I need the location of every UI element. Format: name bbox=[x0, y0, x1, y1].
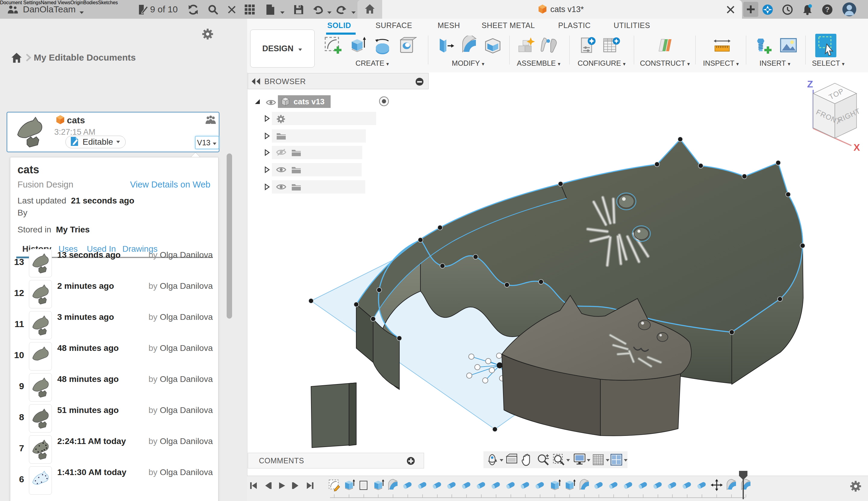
construct-plane-icon[interactable] bbox=[655, 35, 674, 55]
timeline-feature-extrude[interactable] bbox=[563, 479, 576, 492]
save-icon[interactable] bbox=[293, 4, 304, 15]
viewports-icon[interactable] bbox=[610, 454, 623, 467]
expand-icon-2[interactable] bbox=[264, 149, 270, 157]
panel-settings-icon[interactable] bbox=[201, 28, 214, 42]
breadcrumb-home-icon[interactable] bbox=[11, 52, 22, 64]
refresh-icon[interactable] bbox=[187, 4, 199, 15]
window-zoom-caret-icon[interactable] bbox=[566, 458, 570, 463]
browser-header[interactable]: BROWSER bbox=[248, 73, 429, 89]
timeline-feature-tube[interactable] bbox=[666, 479, 679, 492]
ribbon-tab-solid[interactable]: SOLID bbox=[327, 21, 351, 30]
group-label-inspect[interactable]: INSPECT ▾ bbox=[703, 59, 739, 67]
press-pull-icon[interactable] bbox=[436, 35, 456, 55]
expand-icon-3[interactable] bbox=[264, 166, 270, 174]
revolve-icon[interactable] bbox=[373, 35, 392, 55]
look-at-icon[interactable] bbox=[505, 454, 518, 466]
browser-item-sketches[interactable]: Sketches bbox=[98, 0, 118, 5]
insert-image-icon[interactable] bbox=[779, 35, 798, 55]
view-details-link[interactable]: View Details on Web bbox=[130, 180, 210, 190]
timeline-feature-tube[interactable] bbox=[504, 479, 517, 492]
timeline-feature-sketch[interactable] bbox=[328, 479, 341, 492]
root-selection-set-icon[interactable] bbox=[378, 96, 389, 108]
window-zoom-icon[interactable] bbox=[553, 454, 565, 467]
timeline-feature-tube[interactable] bbox=[431, 479, 444, 492]
timeline-marker[interactable] bbox=[743, 478, 744, 499]
new-component-icon[interactable] bbox=[516, 35, 536, 55]
browser-item-bodies[interactable]: Bodies bbox=[83, 0, 98, 5]
redo-icon[interactable] bbox=[336, 4, 347, 15]
shell-icon[interactable] bbox=[483, 35, 502, 55]
orbit-caret-icon[interactable] bbox=[499, 458, 504, 463]
configure-icon[interactable] bbox=[578, 35, 598, 55]
timeline-feature-tube[interactable] bbox=[490, 479, 502, 492]
user-avatar[interactable] bbox=[842, 2, 857, 17]
timeline-feature-extrude[interactable] bbox=[548, 479, 561, 492]
insert-fastener-icon[interactable] bbox=[754, 35, 773, 55]
orbit-icon[interactable] bbox=[486, 454, 499, 467]
new-document-tab-button[interactable] bbox=[743, 2, 758, 17]
timeline-feature-fillet[interactable] bbox=[725, 479, 738, 492]
close-document-icon[interactable] bbox=[726, 5, 736, 16]
timeline-feature-tube[interactable] bbox=[652, 479, 664, 492]
timeline-settings-icon[interactable] bbox=[849, 480, 862, 494]
group-label-modify[interactable]: MODIFY ▾ bbox=[452, 59, 484, 67]
version-dropdown[interactable]: V13 bbox=[195, 136, 219, 149]
timeline-feature-tube[interactable] bbox=[681, 479, 694, 492]
extensions-icon[interactable] bbox=[762, 4, 773, 15]
timeline-feature-tube[interactable] bbox=[534, 479, 546, 492]
browser-collapse-icon[interactable] bbox=[251, 77, 261, 86]
browser-root-item[interactable]: cats v13 bbox=[278, 95, 331, 108]
zoom-icon[interactable] bbox=[537, 454, 549, 467]
undo-icon[interactable] bbox=[312, 4, 324, 15]
browser-minimize-icon[interactable] bbox=[415, 77, 424, 87]
step-back-button[interactable] bbox=[264, 481, 272, 491]
undo-caret-icon[interactable] bbox=[324, 7, 335, 18]
browser-item-origin[interactable]: Origin bbox=[71, 0, 84, 5]
search-icon[interactable] bbox=[207, 4, 219, 15]
sketch-create-icon[interactable] bbox=[323, 35, 343, 55]
new-file-icon[interactable] bbox=[265, 4, 276, 15]
close-search-icon[interactable] bbox=[226, 4, 237, 15]
recent-activity-icon[interactable] bbox=[782, 4, 793, 15]
display-settings-icon[interactable] bbox=[573, 454, 586, 467]
breadcrumb[interactable]: My Editable Documents bbox=[34, 52, 136, 63]
comments-bar[interactable]: COMMENTS bbox=[248, 453, 424, 468]
group-label-construct[interactable]: CONSTRUCT ▾ bbox=[640, 59, 689, 67]
group-label-insert[interactable]: INSERT ▾ bbox=[760, 59, 790, 67]
timeline-feature-box[interactable] bbox=[357, 479, 370, 492]
pan-icon[interactable] bbox=[521, 454, 533, 467]
home-tab-button[interactable] bbox=[357, 0, 382, 19]
group-label-select[interactable]: SELECT ▾ bbox=[812, 59, 845, 67]
root-visibility-icon[interactable] bbox=[266, 99, 276, 107]
document-card[interactable]: cats 3:27:15 AM Editable V13 bbox=[7, 112, 219, 152]
ribbon-tab-utilities[interactable]: UTILITIES bbox=[614, 21, 650, 30]
grid-display-icon[interactable] bbox=[592, 454, 604, 467]
extrude-icon[interactable] bbox=[348, 35, 367, 55]
browser-item-named-views[interactable]: Named Views bbox=[41, 0, 70, 5]
timeline-feature-tube[interactable] bbox=[637, 479, 650, 492]
timeline-feature-tube[interactable] bbox=[592, 479, 605, 492]
visibility-icon-3[interactable] bbox=[276, 166, 286, 174]
new-file-caret-icon[interactable] bbox=[277, 7, 288, 18]
add-comment-icon[interactable] bbox=[406, 456, 415, 467]
editable-status-dropdown[interactable]: Editable bbox=[65, 136, 126, 148]
timeline-feature-tube[interactable] bbox=[401, 479, 414, 492]
panel-scrollbar[interactable] bbox=[227, 153, 232, 319]
notifications-icon[interactable] bbox=[802, 4, 813, 15]
measure-icon[interactable] bbox=[712, 35, 732, 55]
hole-icon[interactable] bbox=[397, 35, 417, 55]
timeline-feature-tube[interactable] bbox=[519, 479, 532, 492]
job-status-icon[interactable] bbox=[137, 4, 149, 15]
timeline-feature-fillet[interactable] bbox=[387, 479, 399, 492]
group-label-create[interactable]: CREATE ▾ bbox=[356, 59, 389, 67]
visibility-off-icon-2[interactable] bbox=[276, 148, 286, 157]
browser-item-document-settings[interactable]: Document Settings bbox=[0, 0, 41, 5]
skip-end-button[interactable] bbox=[306, 481, 315, 491]
select-icon[interactable] bbox=[815, 34, 836, 57]
timeline-feature-tube[interactable] bbox=[696, 479, 708, 492]
timeline-feature-extrude[interactable] bbox=[372, 479, 385, 492]
team-caret-icon[interactable] bbox=[76, 7, 87, 18]
design-menu-button[interactable]: DESIGN bbox=[250, 30, 315, 67]
group-label-assemble[interactable]: ASSEMBLE ▾ bbox=[517, 59, 560, 67]
timeline-feature-tube[interactable] bbox=[416, 479, 429, 492]
